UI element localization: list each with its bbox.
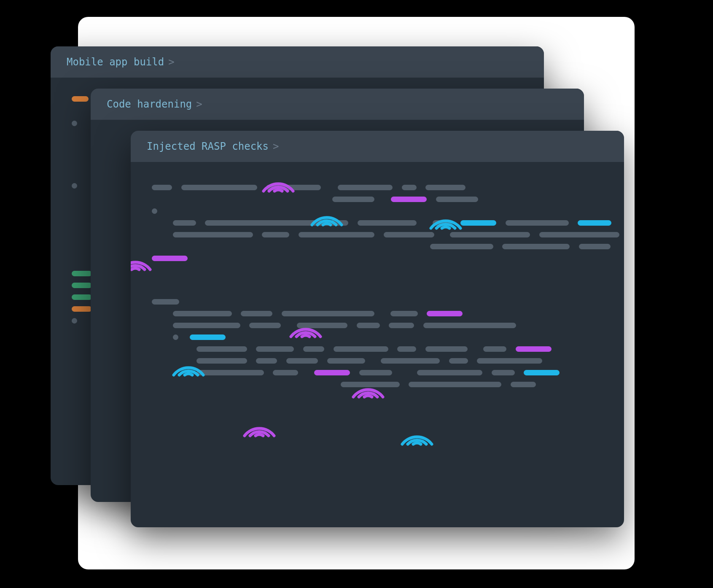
code-line [152,207,603,218]
code-line [152,230,603,242]
rasp-signal-icon [304,197,350,229]
rasp-signal-icon [283,309,329,341]
code-line [152,297,603,309]
code-line [152,309,603,321]
window-title: Mobile app build [67,56,164,68]
rasp-signal-icon [236,408,283,440]
code-line [152,333,603,345]
window-title: Code hardening [107,98,192,110]
titlebar: Mobile app build > [51,46,544,78]
rasp-signal-icon [422,201,469,232]
code-line [152,218,603,230]
code-line [152,356,603,368]
rasp-signal-icon [394,417,440,448]
code-line [152,254,603,266]
window-body [131,162,624,409]
titlebar: Code hardening > [91,89,584,120]
code-line [152,242,603,254]
rasp-signal-icon [165,348,212,379]
rasp-signal-icon [131,242,159,274]
window-title: Injected RASP checks [147,140,269,152]
window-injected-rasp-checks: Injected RASP checks > [131,131,624,527]
code-line [152,195,603,207]
titlebar: Injected RASP checks > [131,131,624,162]
chevron-right-icon: > [196,98,202,110]
code-line [152,321,603,333]
code-line [152,345,603,356]
chevron-right-icon: > [273,140,279,152]
rasp-signal-icon [345,370,391,401]
rasp-signal-icon [255,164,301,195]
code-line [152,183,603,195]
chevron-right-icon: > [168,56,174,68]
